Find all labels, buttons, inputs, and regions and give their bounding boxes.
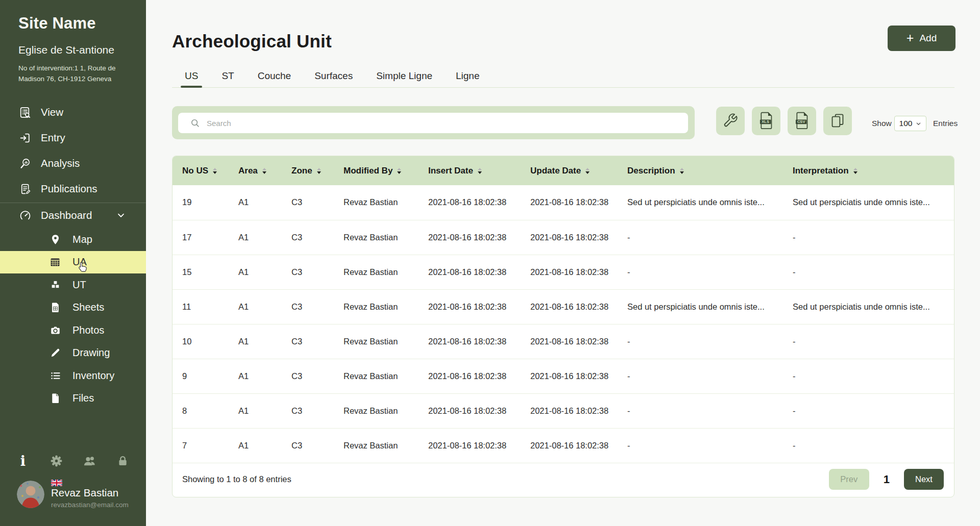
sidebar-item-label: Files (72, 392, 94, 404)
data-table: No US Area Zone Modified By Insert Date … (173, 156, 954, 463)
column-header-area[interactable]: Area (229, 156, 282, 185)
table-cell: Revaz Bastian (334, 359, 419, 393)
table-cell: Sed ut perspiciatis unde omnis iste... (618, 289, 783, 324)
user-email: revazbastian@email.com (51, 501, 129, 509)
table-cell: 8 (173, 393, 229, 428)
table-cell: - (618, 393, 783, 428)
table-cell: 10 (173, 324, 229, 359)
column-header-interpretation[interactable]: Interpretation (783, 156, 954, 185)
dashboard-gauge-icon (18, 209, 32, 222)
table-row[interactable]: 17A1C3Revaz Bastian2021-08-16 18:02:3820… (173, 220, 954, 255)
table-cell: Revaz Bastian (334, 393, 419, 428)
table-cell: 2021-08-16 18:02:38 (521, 359, 618, 393)
table-cell: - (618, 220, 783, 255)
view-list-search-icon (18, 106, 32, 119)
table-cell: C3 (282, 289, 334, 324)
export-csv-button[interactable]: CSV (788, 107, 816, 135)
search-input[interactable] (178, 113, 688, 133)
users-icon[interactable] (83, 454, 97, 468)
table-row[interactable]: 10A1C3Revaz Bastian2021-08-16 18:02:3820… (173, 324, 954, 359)
sort-icon (478, 168, 482, 174)
sidebar-item-publications[interactable]: Publications (0, 176, 146, 202)
data-table-card: No US Area Zone Modified By Insert Date … (172, 156, 954, 497)
column-header-modified-by[interactable]: Modified By (334, 156, 419, 185)
column-header-update-date[interactable]: Update Date (521, 156, 618, 185)
table-cell: 17 (173, 220, 229, 255)
table-cell: 2021-08-16 18:02:38 (419, 359, 521, 393)
tools-button[interactable] (716, 107, 745, 135)
next-button[interactable]: Next (904, 469, 944, 490)
pagination: Prev 1 Next (829, 469, 944, 490)
table-cell: Sed ut perspiciatis unde omnis iste... (783, 185, 954, 220)
table-row[interactable]: 8A1C3Revaz Bastian2021-08-16 18:02:38202… (173, 393, 954, 428)
column-header-no-us[interactable]: No US (173, 156, 229, 185)
table-cell: A1 (229, 393, 282, 428)
table-cell: Sed ut perspiciatis unde omnis iste... (783, 289, 954, 324)
sidebar-item-view[interactable]: View (0, 99, 146, 125)
sort-icon (213, 168, 217, 174)
table-cell: 11 (173, 289, 229, 324)
table-cell: 15 (173, 255, 229, 289)
table-cell: Revaz Bastian (334, 289, 419, 324)
sidebar: Site Name Eglise de St-antione No of int… (0, 0, 146, 526)
wrench-icon (723, 113, 738, 130)
tab-st[interactable]: ST (217, 65, 238, 87)
tab-couche[interactable]: Couche (254, 65, 296, 87)
tab-us[interactable]: US (181, 65, 202, 87)
sidebar-item-ut[interactable]: UT (0, 273, 146, 296)
pencil-icon (49, 347, 61, 359)
table-cell: 9 (173, 359, 229, 393)
tab-surfaces[interactable]: Surfaces (310, 65, 357, 87)
sidebar-item-drawing[interactable]: Drawing (0, 342, 146, 365)
table-cell: 2021-08-16 18:02:38 (521, 185, 618, 220)
sidebar-item-photos[interactable]: Photos (0, 319, 146, 342)
chevron-down-icon (916, 121, 921, 127)
table-row[interactable]: 11A1C3Revaz Bastian2021-08-16 18:02:3820… (173, 289, 954, 324)
sidebar-item-label: View (41, 106, 63, 118)
sidebar-item-analysis[interactable]: Analysis (0, 151, 146, 176)
copy-icon (829, 112, 846, 130)
table-cell: A1 (229, 185, 282, 220)
column-header-description[interactable]: Description (618, 156, 783, 185)
svg-text:CSV: CSV (797, 119, 805, 124)
sidebar-item-ua[interactable]: UA (0, 251, 146, 274)
table-row[interactable]: 15A1C3Revaz Bastian2021-08-16 18:02:3820… (173, 255, 954, 289)
column-header-insert-date[interactable]: Insert Date (419, 156, 521, 185)
gear-icon[interactable] (49, 454, 63, 468)
tab-simple-ligne[interactable]: Simple Ligne (372, 65, 436, 87)
table-row[interactable]: 7A1C3Revaz Bastian2021-08-16 18:02:38202… (173, 428, 954, 463)
info-icon[interactable]: i (16, 454, 30, 468)
table-cell: C3 (282, 220, 334, 255)
sidebar-item-entry[interactable]: Entry (0, 125, 146, 151)
table-cell: 19 (173, 185, 229, 220)
chevron-down-icon (115, 210, 127, 221)
sidebar-item-inventory[interactable]: Inventory (0, 364, 146, 387)
sidebar-item-files[interactable]: Files (0, 387, 146, 410)
table-grid-icon (49, 256, 61, 268)
lock-icon[interactable] (116, 454, 130, 468)
table-row[interactable]: 9A1C3Revaz Bastian2021-08-16 18:02:38202… (173, 359, 954, 393)
tab-ligne[interactable]: Ligne (452, 65, 484, 87)
sidebar-item-map[interactable]: Map (0, 228, 146, 251)
page-title: Archeological Unit (172, 31, 332, 52)
copy-button[interactable] (823, 107, 852, 135)
sidebar-item-label: UT (72, 279, 86, 291)
show-label: Show (872, 116, 892, 131)
column-header-zone[interactable]: Zone (282, 156, 334, 185)
add-button[interactable]: + Add (888, 26, 955, 51)
prev-button[interactable]: Prev (829, 469, 869, 490)
table-cell: 2021-08-16 18:02:38 (521, 289, 618, 324)
sidebar-item-label: Drawing (72, 347, 110, 359)
table-cell: - (783, 324, 954, 359)
table-cell: A1 (229, 220, 282, 255)
export-xls-button[interactable]: XLS (752, 107, 780, 135)
page-size-select[interactable]: 100 (894, 116, 926, 131)
page-size-value: 100 (899, 119, 913, 128)
avatar (17, 481, 44, 508)
sidebar-item-dashboard[interactable]: Dashboard (0, 203, 146, 228)
sidebar-item-sheets[interactable]: Sheets (0, 296, 146, 319)
table-row[interactable]: 19A1C3Revaz Bastian2021-08-16 18:02:3820… (173, 185, 954, 220)
user-block[interactable]: Revaz Bastian revazbastian@email.com (0, 478, 146, 513)
xls-file-icon: XLS (758, 112, 774, 131)
table-cell: C3 (282, 428, 334, 463)
